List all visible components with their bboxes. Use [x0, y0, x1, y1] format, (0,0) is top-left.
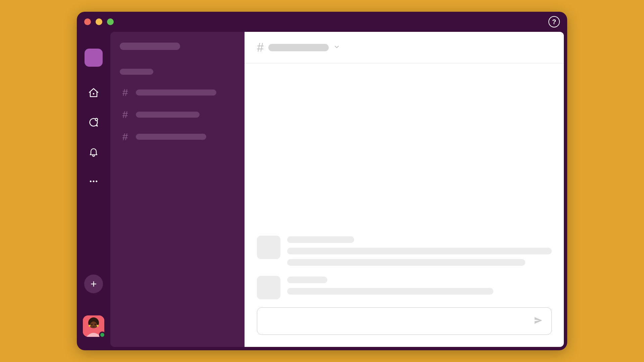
- help-button[interactable]: ?: [548, 16, 560, 27]
- message-text-line: [287, 248, 552, 254]
- chat-icon: [88, 117, 99, 128]
- app-window: ? +: [77, 12, 567, 350]
- message-input[interactable]: [265, 317, 533, 325]
- svg-point-9: [95, 324, 96, 325]
- composer-area: [245, 303, 564, 347]
- more-icon: [89, 176, 99, 186]
- app-body: +: [77, 32, 567, 350]
- svg-point-0: [93, 94, 94, 94]
- traffic-lights: [84, 18, 114, 25]
- dms-nav[interactable]: [87, 116, 100, 129]
- message-text-line: [287, 259, 525, 266]
- channel-name: [136, 89, 216, 96]
- message-avatar[interactable]: [257, 236, 280, 259]
- channel-sidebar: # # #: [110, 32, 245, 347]
- channel-item[interactable]: #: [120, 84, 235, 101]
- message-composer[interactable]: [257, 307, 552, 335]
- home-icon: [88, 87, 99, 99]
- home-nav[interactable]: [87, 86, 100, 100]
- message-body: [287, 236, 552, 266]
- plus-icon: +: [91, 278, 97, 290]
- create-new-button[interactable]: +: [84, 275, 103, 293]
- channel-name: [136, 112, 200, 118]
- svg-point-7: [90, 321, 97, 328]
- message-text-line: [287, 288, 493, 295]
- channel-title: [268, 44, 329, 51]
- bell-icon: [88, 146, 99, 157]
- svg-point-8: [91, 324, 92, 325]
- activity-nav[interactable]: [87, 145, 100, 159]
- message-list: [245, 63, 564, 303]
- channel-item[interactable]: #: [120, 128, 235, 145]
- message-author: [287, 236, 354, 243]
- svg-point-1: [95, 118, 98, 121]
- svg-point-2: [90, 181, 92, 182]
- hash-icon: #: [121, 87, 129, 98]
- help-icon: ?: [552, 18, 556, 26]
- presence-indicator: [99, 331, 106, 338]
- hash-icon: #: [257, 41, 264, 55]
- channels-section-label[interactable]: [120, 69, 153, 75]
- titlebar: ?: [77, 12, 567, 32]
- chevron-down-icon: [333, 44, 340, 52]
- nav-rail: +: [77, 32, 110, 347]
- workspace-switcher[interactable]: [85, 49, 103, 67]
- hash-icon: #: [121, 131, 129, 142]
- message-body: [287, 276, 552, 299]
- svg-point-4: [96, 181, 97, 182]
- svg-point-3: [93, 181, 95, 182]
- channel-name: [136, 134, 206, 140]
- message-item: [257, 236, 552, 266]
- close-window-button[interactable]: [84, 18, 91, 25]
- hash-icon: #: [121, 109, 129, 120]
- svg-point-11: [97, 325, 99, 327]
- more-nav[interactable]: [87, 175, 100, 188]
- message-item: [257, 276, 552, 299]
- channel-item[interactable]: #: [120, 106, 235, 123]
- send-icon: [533, 315, 543, 325]
- channel-header[interactable]: #: [245, 32, 564, 63]
- main-panel: #: [245, 32, 564, 347]
- svg-point-10: [89, 325, 91, 327]
- workspace-name[interactable]: [120, 43, 180, 50]
- message-avatar[interactable]: [257, 276, 280, 299]
- maximize-window-button[interactable]: [107, 18, 114, 25]
- user-menu[interactable]: [83, 315, 104, 337]
- minimize-window-button[interactable]: [96, 18, 102, 25]
- send-button[interactable]: [533, 315, 543, 327]
- message-author: [287, 277, 327, 283]
